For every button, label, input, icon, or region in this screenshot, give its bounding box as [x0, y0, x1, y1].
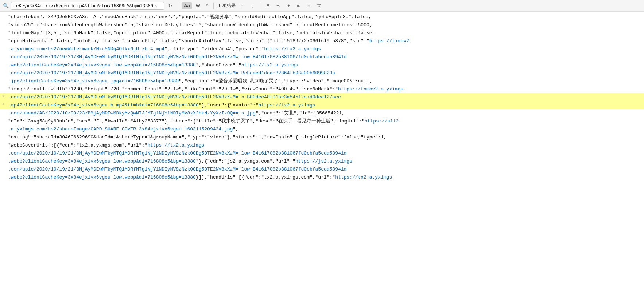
- plain-text: }]},"headUrls":[{"cdn":"tx2.a.yximgs.com…: [196, 175, 335, 180]
- link[interactable]: .com/upic/2020/10/19/21/BMjAyMDEwMTkyMTQ…: [8, 94, 341, 100]
- plain-text: ","shareCover":": [196, 62, 241, 68]
- link[interactable]: .com/upic/2020/10/19/21/BMjAyMDEwMTkyMTQ…: [8, 70, 335, 76]
- link[interactable]: https://js2.a.yximgs: [295, 159, 352, 164]
- line-content-18: .com/upic/2020/10/19/21/BMjAyMDEwMTkyMTQ…: [7, 150, 644, 157]
- match-case-button[interactable]: Aa: [182, 2, 192, 9]
- plain-text: ","caption":"#爱音乐爱唱歌 我来晚了哭了","type":"vid…: [179, 78, 372, 84]
- plain-text: "shareToken":"X4PQJokRCXvAXsf_A","needAd…: [8, 14, 371, 20]
- line-content-19: .webp?clientCacheKey=3x84ejxivx6vgeu_low…: [7, 158, 644, 165]
- line-content-20: .com/upic/2020/10/19/21/BMjAyMDEwMTkyMTQ…: [7, 166, 644, 173]
- line-15: .a.yximgs.com/bs2/shareImage/CARD_SHARE_…: [0, 125, 644, 133]
- funnel-button[interactable]: ▽: [315, 2, 323, 10]
- content-area: "shareToken":"X4PQJokRCXvAXsf_A","needAd…: [0, 12, 644, 281]
- plain-text: ",: [233, 126, 238, 132]
- search-input-text: ieKey=3x84ejxivx6vgeu_b.mp4&tt=b&di=7168…: [13, 3, 153, 8]
- result-count: 3 项结果: [217, 3, 236, 9]
- next-result-button[interactable]: ↓: [248, 2, 256, 10]
- link[interactable]: .jpg?clientCacheKey=3x84ejxivx6vgeu.jpg&…: [8, 78, 179, 84]
- add-context-before-button[interactable]: +ᵢ: [274, 2, 282, 10]
- line-16: "extLog":"shareId=304606629690&docId=1&s…: [0, 133, 644, 141]
- link[interactable]: .com/uhead/AB/2020/10/09/23/BMjAyMDEwMDk…: [8, 110, 256, 116]
- link[interactable]: https://tx2.a.yximgs: [259, 102, 315, 108]
- filter-button[interactable]: ≡: [304, 2, 313, 10]
- plain-text: "},{"cdn":"js2.a.yxmgs.com","url":": [196, 159, 295, 164]
- line-10: "images":null,"width":1280,"height":720,…: [0, 85, 644, 93]
- line-19: .webp?clientCacheKey=3x84ejxivx6vgeu_low…: [0, 157, 644, 165]
- line-content-15: .a.yximgs.com/bs2/shareImage/CARD_SHARE_…: [7, 126, 644, 133]
- line-3: "logTimeGap":[3,5],"srcNoMark":false,"op…: [0, 29, 644, 37]
- line-content-10: "images":null,"width":1280,"height":720,…: [7, 86, 644, 93]
- match-word-button[interactable]: W: [194, 2, 202, 9]
- link[interactable]: .com/upic/2020/10/19/21/BMjAyMDEwMTkyMTQ…: [8, 54, 346, 60]
- line-content-16: "extLog":"shareId=304606629690&docId=1&s…: [7, 134, 644, 141]
- line-content-5: .a.yximgs.com/bs2/newWatermark/Mzc5NDg4O…: [7, 46, 644, 53]
- divider-3: [260, 3, 260, 9]
- toolbar: 🔍 ieKey=3x84ejxivx6vgeu_b.mp4&tt=b&di=71…: [0, 0, 644, 12]
- link[interactable]: .webp?clientCacheKey=3x84ejxivx6vgeu_low…: [8, 62, 196, 68]
- plain-text: "images":null,"width":1280,"height":720,…: [8, 86, 338, 92]
- line-8: .com/upic/2020/10/19/21/BMjAyMDEwMTkyMTQ…: [0, 69, 644, 77]
- search-box[interactable]: ieKey=3x84ejxivx6vgeu_b.mp4&tt=b&di=7168…: [11, 2, 164, 10]
- line-content-12: .mp4?clientCacheKey=3x84ejxivx6vgeu_b.mp…: [7, 102, 644, 109]
- search-clear-button[interactable]: ×: [155, 4, 157, 8]
- line-content-6: .com/upic/2020/10/19/21/BMjAyMDEwMTkyMTQ…: [7, 54, 644, 61]
- link[interactable]: https://tx2.a.yximgs: [241, 62, 298, 68]
- line-5: .a.yximgs.com/bs2/newWatermark/Mzc5NDg4O…: [0, 45, 644, 53]
- line-4: "openMpInWechat":false,"autoPlay":false,…: [0, 37, 644, 45]
- line-content-11: .com/upic/2020/10/19/21/BMjAyMDEwMTkyMTQ…: [7, 94, 644, 101]
- line-content-3: "logTimeGap":[3,5],"srcNoMark":false,"op…: [7, 30, 644, 37]
- line-content-7: .webp?clientCacheKey=3x84ejxivx6vgeu_low…: [7, 62, 644, 69]
- line-gutter-11: ◁: [0, 94, 7, 98]
- line-gutter-12: ◁: [0, 102, 7, 106]
- line-content-2: "videoV5":{"shareFromVideoLengthWatershe…: [7, 22, 644, 29]
- link[interactable]: https://ali2: [365, 118, 399, 124]
- line-7: .webp?clientCacheKey=3x84ejxivx6vgeu_low…: [0, 61, 644, 69]
- line-17: "webpCoverUrls":[{"cdn":"tx2.a.yxmgs.com…: [0, 141, 644, 149]
- refresh-button[interactable]: ↻: [166, 2, 174, 10]
- plain-text: "logTimeGap":[3,5],"srcNoMark":false,"op…: [8, 30, 375, 36]
- link[interactable]: .webp?clientCacheKey=3x84ejxivx6vgeu_low…: [8, 159, 196, 164]
- plain-text: ","fileType":"video/mp4","poster":": [164, 46, 264, 52]
- context-button[interactable]: ⊟: [264, 2, 272, 10]
- plain-text: "},"user":{"avatar":": [199, 102, 259, 108]
- link[interactable]: https://tx2.a.yximgs: [335, 175, 392, 180]
- line-20: .com/upic/2020/10/19/21/BMjAyMDEwMTkyMTQ…: [0, 165, 644, 173]
- prev-result-button[interactable]: ↑: [238, 2, 246, 10]
- link[interactable]: https://tx2.a.yximgs: [147, 143, 204, 148]
- match-regex-button[interactable]: *: [204, 2, 210, 9]
- line-content-9: .jpg?clientCacheKey=3x84ejxivx6vgeu.jpg&…: [7, 78, 644, 85]
- plain-text: ","name":"艾北","id":1856654221,: [256, 110, 345, 116]
- add-match-button[interactable]: ≡ᵢ: [294, 2, 302, 10]
- line-content-17: "webpCoverUrls":[{"cdn":"tx2.a.yxmgs.com…: [7, 142, 644, 149]
- line-12: ◁.mp4?clientCacheKey=3x84ejxivx6vgeu_b.m…: [0, 101, 644, 109]
- line-2: "videoV5":{"shareFromVideoLengthWatershe…: [0, 21, 644, 29]
- line-content-8: .com/upic/2020/10/19/21/BMjAyMDEwMTkyMTQ…: [7, 70, 644, 77]
- link[interactable]: .a.yximgs.com/bs2/shareImage/CARD_SHARE_…: [8, 126, 233, 132]
- plain-text: "videoV5":{"shareFromVideoLengthWatershe…: [8, 22, 372, 28]
- link[interactable]: .com/upic/2020/10/19/21/BMjAyMDEwMTkyMTQ…: [8, 151, 346, 156]
- link[interactable]: .a.yximgs.com/bs2/newWatermark/Mzc5NDg4O…: [8, 46, 164, 52]
- plain-text: "openMpInWechat":false,"autoPlay":false,…: [8, 38, 369, 44]
- line-9: .jpg?clientCacheKey=3x84ejxivx6vgeu.jpg&…: [0, 77, 644, 85]
- plain-text: "webpCoverUrls":[{"cdn":"tx2.a.yxmgs.com…: [8, 143, 147, 148]
- link[interactable]: https://txmov2: [369, 38, 409, 44]
- link[interactable]: .com/upic/2020/10/19/21/BMjAyMDEwMTkyMTQ…: [8, 167, 346, 172]
- line-1: "shareToken":"X4PQJokRCXvAXsf_A","needAd…: [0, 13, 644, 21]
- add-context-after-button[interactable]: ᵢ+: [284, 2, 292, 10]
- line-13: .com/uhead/AB/2020/10/09/23/BMjAyMDEwMDk…: [0, 109, 644, 117]
- divider-2: [213, 3, 214, 9]
- link[interactable]: .webp?clientCacheKey=3x84ejxivx6vgeu_low…: [8, 175, 196, 180]
- line-content-4: "openMpInWechat":false,"autoPlay":false,…: [7, 38, 644, 45]
- line-11: ◁.com/upic/2020/10/19/21/BMjAyMDEwMTkyMT…: [0, 93, 644, 101]
- line-18: .com/upic/2020/10/19/21/BMjAyMDEwMTkyMTQ…: [0, 149, 644, 157]
- line-21: .webp?clientCacheKey=3x84ejxivx6vgeu_low…: [0, 173, 644, 182]
- line-content-1: "shareToken":"X4PQJokRCXvAXsf_A","needAd…: [7, 13, 644, 21]
- plain-text: "extLog":"shareId=304606629690&docId=1&s…: [8, 134, 387, 140]
- link[interactable]: https://tx2.a.yximgs: [264, 46, 321, 52]
- search-icon: 🔍: [3, 3, 9, 9]
- plain-text: "eId":"3xvg58g9y63nhfe","sex":"F","kwaiI…: [8, 118, 365, 124]
- link[interactable]: .mp4?clientCacheKey=3x84ejxivx6vgeu_b.mp…: [8, 102, 199, 108]
- divider-1: [178, 3, 178, 9]
- link[interactable]: https://txmov2.a.yximgs: [338, 86, 403, 92]
- line-content-14: "eId":"3xvg58g9y63nhfe","sex":"F","kwaiI…: [7, 118, 644, 125]
